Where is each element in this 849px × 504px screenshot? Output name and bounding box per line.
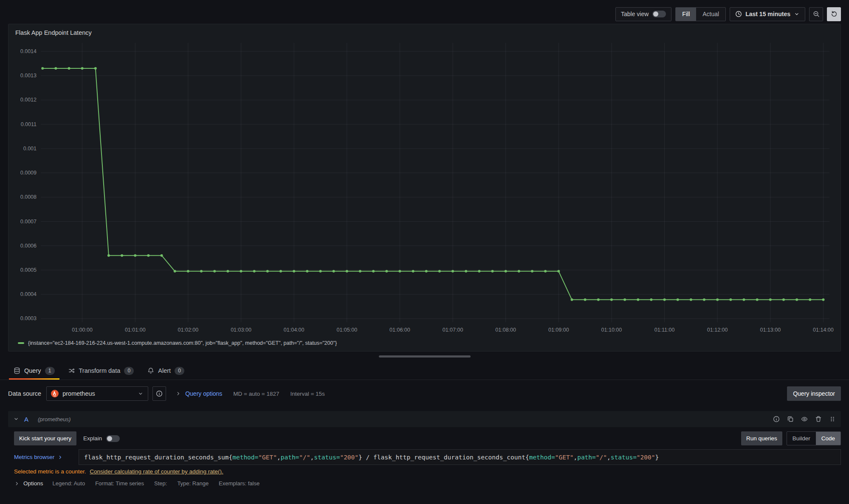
promql-expression[interactable]: flask_http_request_duration_seconds_sum{… [79, 449, 841, 465]
query-row-header: A (prometheus) [8, 411, 841, 427]
svg-text:01:07:00: 01:07:00 [443, 327, 463, 333]
max-data-points-text: MD = auto = 1827 [233, 391, 279, 397]
svg-text:0.0005: 0.0005 [20, 267, 37, 273]
table-view-label: Table view [621, 11, 649, 17]
svg-text:01:11:00: 01:11:00 [654, 327, 675, 333]
remove-query-button[interactable] [815, 416, 822, 422]
datasource-select[interactable]: prometheus [46, 386, 148, 401]
tab-query[interactable]: Query 1 [8, 362, 60, 380]
explain-toggle[interactable] [106, 435, 120, 442]
latency-panel: Flask App Endpoint Latency 0.00030.00040… [8, 24, 841, 352]
chevron-down-icon [138, 391, 144, 397]
query-info-button[interactable] [773, 416, 780, 422]
eye-icon [801, 416, 808, 422]
datasource-row: Data source prometheus Query options MD … [0, 386, 849, 402]
grafana-panel-edit-page: Table view Fill Actual Last 15 minutes F… [0, 0, 849, 504]
duplicate-query-button[interactable] [787, 416, 794, 422]
svg-text:0.0013: 0.0013 [20, 73, 37, 79]
svg-text:01:06:00: 01:06:00 [389, 327, 410, 333]
pane-resize-handle[interactable] [379, 355, 471, 358]
query-editor-body: Kick start your query Explain Run querie… [8, 431, 841, 487]
run-queries-button[interactable]: Run queries [741, 431, 782, 445]
tab-alert-count: 0 [175, 367, 184, 375]
datasource-help-button[interactable] [152, 386, 166, 401]
datasource-value: prometheus [62, 390, 95, 397]
table-view-toggle[interactable] [652, 11, 666, 17]
interval-text: Interval = 15s [290, 391, 324, 397]
kick-start-query-button[interactable]: Kick start your query [14, 431, 76, 445]
chart-area: 0.00030.00040.00050.00060.00070.00080.00… [14, 39, 835, 338]
trash-icon [815, 416, 822, 422]
builder-mode-button[interactable]: Builder [787, 432, 816, 445]
svg-text:01:00:00: 01:00:00 [72, 327, 93, 333]
svg-text:01:14:00: 01:14:00 [813, 327, 834, 333]
query-inspector-button[interactable]: Query inspector [787, 386, 841, 401]
clock-icon [735, 11, 742, 17]
query-collapse-button[interactable] [13, 416, 19, 422]
fill-button[interactable]: Fill [676, 8, 696, 21]
legend-item[interactable]: {instance="ec2-184-169-216-224.us-west-1… [18, 340, 337, 346]
copy-icon [787, 416, 794, 422]
svg-text:0.0006: 0.0006 [20, 243, 37, 249]
panel-edit-toolbar: Table view Fill Actual Last 15 minutes [0, 0, 849, 24]
query-row-actions [773, 416, 836, 422]
query-options-summary: Legend: AutoFormat: Time seriesStep:Type… [53, 480, 260, 487]
editor-tabs: Query 1 Transform data 0 Alert 0 [0, 362, 849, 380]
time-range-label: Last 15 minutes [745, 11, 790, 17]
svg-text:01:05:00: 01:05:00 [336, 327, 357, 333]
code-mode-button[interactable]: Code [816, 432, 841, 445]
metrics-browser-toggle[interactable]: Metrics browser [14, 454, 79, 460]
svg-text:01:01:00: 01:01:00 [125, 327, 146, 333]
svg-text:01:08:00: 01:08:00 [495, 327, 516, 333]
actual-button[interactable]: Actual [696, 8, 725, 21]
option-summary-item: Format: Time series [95, 480, 144, 487]
zoom-out-button[interactable] [809, 7, 823, 21]
chevron-right-icon [14, 481, 20, 487]
tab-transform-count: 0 [124, 367, 134, 375]
drag-query-handle[interactable] [829, 416, 836, 422]
options-toggle[interactable]: Options [14, 480, 43, 487]
chevron-down-icon [794, 11, 800, 17]
svg-text:0.0012: 0.0012 [20, 97, 37, 103]
builder-code-switch: Builder Code [787, 431, 841, 445]
svg-text:0.0003: 0.0003 [20, 315, 37, 321]
chevron-right-icon [175, 391, 181, 397]
tab-alert[interactable]: Alert 0 [142, 362, 190, 380]
add-rate-link[interactable]: Consider calculating rate of counter by … [90, 468, 223, 475]
table-view-control: Table view [615, 7, 671, 21]
refresh-icon [831, 11, 838, 17]
query-options-toggle[interactable]: Query options [175, 390, 222, 397]
query-options-label: Query options [185, 390, 222, 397]
svg-text:01:09:00: 01:09:00 [548, 327, 569, 333]
query-editor-right-tools: Run queries Builder Code [741, 431, 841, 445]
metrics-browser-label: Metrics browser [14, 454, 54, 460]
option-summary-item: Step: [154, 480, 167, 487]
counter-warning-text: Selected metric is a counter. [14, 468, 86, 475]
svg-text:01:13:00: 01:13:00 [760, 327, 781, 333]
hide-query-button[interactable] [801, 416, 808, 422]
refresh-button[interactable] [827, 7, 841, 21]
options-label: Options [23, 480, 43, 487]
panel-title: Flask App Endpoint Latency [14, 28, 835, 39]
query-editor-toolbar: Kick start your query Explain Run querie… [14, 431, 841, 445]
time-range-picker[interactable]: Last 15 minutes [730, 7, 805, 21]
query-options-summary-row: Options Legend: AutoFormat: Time seriesS… [14, 480, 841, 487]
svg-text:0.0008: 0.0008 [20, 194, 37, 200]
query-ref-id[interactable]: A [24, 416, 28, 423]
latency-time-series-chart[interactable]: 0.00030.00040.00050.00060.00070.00080.00… [14, 39, 835, 338]
svg-text:01:03:00: 01:03:00 [231, 327, 251, 333]
explain-label: Explain [83, 435, 102, 442]
svg-text:0.0014: 0.0014 [20, 48, 37, 54]
info-circle-icon [156, 390, 163, 397]
grip-icon [829, 416, 836, 422]
option-summary-item: Legend: Auto [53, 480, 85, 487]
counter-warning-row: Selected metric is a counter. Consider c… [14, 468, 841, 475]
svg-text:0.0004: 0.0004 [20, 291, 37, 297]
tab-transform-label: Transform data [79, 367, 121, 374]
query-datasource-hint: (prometheus) [38, 416, 71, 422]
tab-transform-data[interactable]: Transform data 0 [63, 362, 140, 380]
legend-series-label: {instance="ec2-184-169-216-224.us-west-1… [28, 340, 337, 346]
chevron-right-icon [57, 454, 63, 460]
tab-alert-label: Alert [158, 367, 171, 374]
svg-text:01:12:00: 01:12:00 [707, 327, 728, 333]
